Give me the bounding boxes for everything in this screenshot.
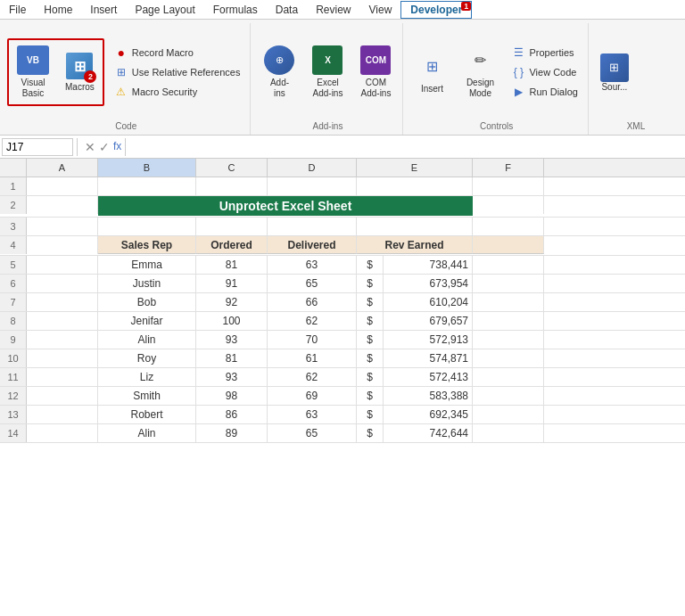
cell-a7[interactable] xyxy=(27,293,98,311)
menu-formulas[interactable]: Formulas xyxy=(204,2,267,18)
cell-b6[interactable]: Justin xyxy=(98,275,196,292)
menu-developer[interactable]: Developer 1 xyxy=(400,1,472,19)
cell-e7-dollar[interactable]: $ xyxy=(357,293,384,311)
cell-a13[interactable] xyxy=(27,406,98,423)
macro-security-button[interactable]: ⚠ Macro Security xyxy=(110,83,245,101)
cell-e9-value[interactable]: 572,913 xyxy=(384,331,473,349)
cell-a6[interactable] xyxy=(27,275,98,292)
run-dialog-button[interactable]: ▶ Run Dialog xyxy=(507,83,582,101)
cell-d3[interactable] xyxy=(268,218,357,235)
cell-d11[interactable]: 62 xyxy=(268,368,357,386)
cell-a14[interactable] xyxy=(27,424,98,442)
cell-a3[interactable] xyxy=(27,218,98,235)
cell-e6-value[interactable]: 673,954 xyxy=(384,275,473,292)
cell-d7[interactable]: 66 xyxy=(268,293,357,311)
add-ins-button[interactable]: ⊕ Add-ins xyxy=(258,42,301,103)
cell-e9-dollar[interactable]: $ xyxy=(357,331,384,349)
cell-f12[interactable] xyxy=(473,387,544,405)
cell-a5[interactable] xyxy=(27,256,98,274)
cell-b7[interactable]: Bob xyxy=(98,293,196,311)
cell-f3[interactable] xyxy=(473,218,544,235)
cell-a9[interactable] xyxy=(27,331,98,349)
col-header-e[interactable]: E xyxy=(357,159,473,177)
cell-e14-dollar[interactable]: $ xyxy=(357,424,384,442)
cell-a2[interactable] xyxy=(27,196,98,214)
cell-f14[interactable] xyxy=(473,424,544,442)
cell-e11-value[interactable]: 572,413 xyxy=(384,368,473,386)
cell-a11[interactable] xyxy=(27,368,98,386)
cell-d8[interactable]: 62 xyxy=(268,312,357,330)
cell-d4-delivered[interactable]: Delivered xyxy=(268,236,357,254)
col-header-f[interactable]: F xyxy=(473,159,544,177)
cell-e7-value[interactable]: 610,204 xyxy=(384,293,473,311)
cell-e12-dollar[interactable]: $ xyxy=(357,387,384,405)
cell-c11[interactable]: 93 xyxy=(196,368,268,386)
cell-c7[interactable]: 92 xyxy=(196,293,268,311)
cell-e11-dollar[interactable]: $ xyxy=(357,368,384,386)
cell-e10-value[interactable]: 574,871 xyxy=(384,349,473,367)
name-box[interactable] xyxy=(2,138,73,156)
cell-b9[interactable]: Alin xyxy=(98,331,196,349)
cell-e14-value[interactable]: 742,644 xyxy=(384,424,473,442)
macros-button[interactable]: ⊞ 2 Macros xyxy=(59,42,101,103)
cell-c12[interactable]: 98 xyxy=(196,387,268,405)
cell-e12-value[interactable]: 583,388 xyxy=(384,387,473,405)
cell-e4-revearned[interactable]: Rev Earned xyxy=(357,236,473,254)
cell-d14[interactable]: 65 xyxy=(268,424,357,442)
cell-d6[interactable]: 65 xyxy=(268,275,357,292)
cell-b14[interactable]: Alin xyxy=(98,424,196,442)
cell-a12[interactable] xyxy=(27,387,98,405)
cell-c8[interactable]: 100 xyxy=(196,312,268,330)
insert-button[interactable]: ⊞ Insert xyxy=(410,42,453,103)
cell-f5[interactable] xyxy=(473,256,544,274)
cell-f4[interactable] xyxy=(473,236,544,254)
visual-basic-button[interactable]: VB VisualBasic xyxy=(11,42,55,103)
cell-f1[interactable] xyxy=(473,177,544,195)
cell-a10[interactable] xyxy=(27,349,98,367)
cell-f6[interactable] xyxy=(473,275,544,292)
cell-f2[interactable] xyxy=(473,196,544,214)
properties-button[interactable]: ☰ Properties xyxy=(507,44,582,62)
source-button[interactable]: ⊞ Sour... xyxy=(596,41,633,103)
menu-file[interactable]: File xyxy=(0,2,35,18)
cell-d5[interactable]: 63 xyxy=(268,256,357,274)
cell-e1[interactable] xyxy=(357,177,473,195)
cell-c13[interactable]: 86 xyxy=(196,406,268,423)
cell-d9[interactable]: 70 xyxy=(268,331,357,349)
cell-f13[interactable] xyxy=(473,406,544,423)
cell-e5-dollar[interactable]: $ xyxy=(357,256,384,274)
cell-c1[interactable] xyxy=(196,177,268,195)
cell-b5[interactable]: Emma xyxy=(98,256,196,274)
cell-c10[interactable]: 81 xyxy=(196,349,268,367)
excel-addins-button[interactable]: X ExcelAdd-ins xyxy=(306,42,349,103)
col-header-b[interactable]: B xyxy=(98,159,196,177)
cell-f10[interactable] xyxy=(473,349,544,367)
cell-e8-value[interactable]: 679,657 xyxy=(384,312,473,330)
cell-b4-salesrep[interactable]: Sales Rep xyxy=(98,236,196,254)
confirm-formula-icon[interactable]: ✓ xyxy=(99,140,110,154)
cell-e8-dollar[interactable]: $ xyxy=(357,312,384,330)
cell-b13[interactable]: Robert xyxy=(98,406,196,423)
cell-c14[interactable]: 89 xyxy=(196,424,268,442)
insert-function-icon[interactable]: fx xyxy=(113,140,121,154)
cell-a4[interactable] xyxy=(27,236,98,254)
view-code-button[interactable]: { } View Code xyxy=(507,63,582,81)
cell-b8[interactable]: Jenifar xyxy=(98,312,196,330)
record-macro-button[interactable]: ● Record Macro xyxy=(110,44,245,62)
cell-c3[interactable] xyxy=(196,218,268,235)
cell-e6-dollar[interactable]: $ xyxy=(357,275,384,292)
design-mode-button[interactable]: ✏ DesignMode xyxy=(458,42,501,103)
cell-e10-dollar[interactable]: $ xyxy=(357,349,384,367)
cell-c9[interactable]: 93 xyxy=(196,331,268,349)
use-relative-button[interactable]: ⊞ Use Relative References xyxy=(110,63,245,81)
cell-b11[interactable]: Liz xyxy=(98,368,196,386)
cell-d12[interactable]: 69 xyxy=(268,387,357,405)
menu-home[interactable]: Home xyxy=(35,2,81,18)
cell-e13-value[interactable]: 692,345 xyxy=(384,406,473,423)
cell-e3[interactable] xyxy=(357,218,473,235)
menu-view[interactable]: View xyxy=(360,2,401,18)
cell-f9[interactable] xyxy=(473,331,544,349)
cell-b12[interactable]: Smith xyxy=(98,387,196,405)
cell-b3[interactable] xyxy=(98,218,196,235)
cell-f11[interactable] xyxy=(473,368,544,386)
